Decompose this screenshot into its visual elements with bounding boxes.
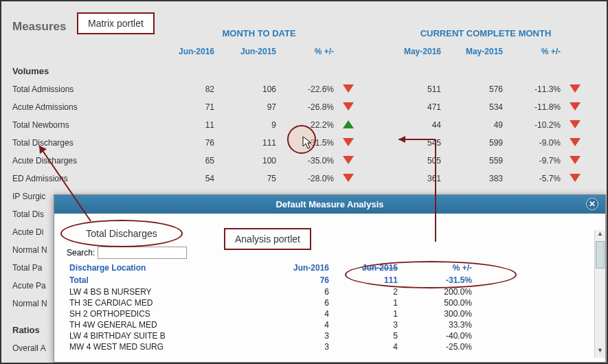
portlet-row-a: 3 (273, 331, 341, 341)
portlet-row-pct: -40.0% (410, 331, 479, 341)
col-ccm-b[interactable]: May-2015 (448, 43, 510, 60)
portlet-row[interactable]: TH 3E CARDIAC MED61500.0% (67, 297, 593, 308)
cell-mtd-a: 54 (159, 174, 221, 183)
cell-ccm-pct: -9.7% (510, 156, 565, 166)
triangle-down-icon (565, 102, 585, 113)
cell-mtd-b: 97 (221, 102, 283, 112)
portlet-row-pct: 500.0% (410, 298, 479, 308)
mtd-title: MONTH TO DATE (159, 6, 359, 38)
triangle-down-icon (565, 174, 585, 184)
matrix-row[interactable]: Total Admissions82106-22.6%511576-11.3% (1, 80, 607, 98)
portlet-row-b: 4 (341, 342, 410, 352)
cell-mtd-a: 82 (159, 84, 221, 94)
portlet-total-a: 76 (273, 275, 341, 285)
cell-mtd-a: 11 (159, 120, 221, 130)
cell-ccm-a: 44 (386, 120, 448, 130)
scroll-down-icon[interactable]: ▼ (595, 347, 605, 358)
col-mtd-a[interactable]: Jun-2016 (159, 43, 221, 60)
cell-ccm-pct: -5.7% (510, 174, 565, 183)
scrollbar-thumb[interactable] (596, 241, 605, 269)
portlet-row-b: 1 (341, 309, 410, 319)
portlet-row-b: 2 (341, 287, 410, 297)
cell-ccm-b: 576 (448, 84, 510, 94)
triangle-down-icon (338, 174, 359, 184)
cell-ccm-b: 49 (448, 120, 510, 130)
cell-ccm-a: 361 (386, 174, 448, 183)
cell-mtd-pct: -22.6% (283, 84, 338, 94)
portlet-scrollbar[interactable]: ▲ ▼ (594, 230, 605, 358)
portlet-row[interactable]: TH 4W GENERAL MED4333.3% (67, 319, 593, 330)
portlet-row-pct: 300.0% (410, 309, 479, 319)
cell-mtd-a: 65 (159, 156, 221, 166)
highlight-cell-111 (287, 125, 316, 154)
portlet-row-pct: 200.0% (410, 287, 479, 297)
triangle-down-icon (565, 156, 585, 166)
portlet-col-label[interactable]: Discharge Location (67, 263, 273, 273)
cell-ccm-b: 534 (448, 102, 510, 112)
cell-mtd-a: 76 (159, 138, 221, 148)
portlet-row-label: TH 3E CARDIAC MED (67, 298, 273, 308)
group-volumes: Volumes (1, 60, 607, 80)
row-label: Total Newborns (1, 120, 159, 130)
triangle-down-icon (338, 102, 359, 113)
cell-ccm-a: 545 (386, 138, 448, 148)
triangle-down-icon (565, 138, 585, 148)
cell-ccm-a: 511 (386, 84, 448, 94)
cell-mtd-pct: -28.0% (283, 174, 338, 183)
portlet-row-b: 1 (341, 298, 410, 308)
cell-ccm-pct: -11.3% (510, 84, 565, 94)
triangle-down-icon (338, 84, 359, 95)
cell-mtd-b: 106 (221, 84, 283, 94)
portlet-row[interactable]: LW 4 BIRTHDAY SUITE B35-40.0% (67, 330, 593, 341)
ccm-title: CURRENT COMPLETE MONTH (386, 6, 585, 38)
cell-ccm-a: 471 (386, 102, 448, 112)
matrix-row[interactable]: ED Admissions5475-28.0%361383-5.7% (1, 170, 607, 187)
row-label: Total Discharges (1, 138, 159, 148)
cell-ccm-pct: -11.8% (510, 102, 565, 112)
portlet-row-a: 3 (273, 342, 341, 352)
row-label: Acute Discharges (1, 156, 159, 166)
portlet-row-label: MW 4 WEST MED SURG (67, 342, 273, 352)
col-ccm-a[interactable]: May-2016 (386, 43, 448, 60)
portlet-row-pct: 33.3% (410, 320, 479, 330)
search-label: Search: (67, 248, 95, 258)
portlet-title: Default Measure Analysis (275, 199, 383, 209)
cell-ccm-a: 505 (386, 156, 448, 166)
search-input[interactable] (98, 247, 187, 259)
close-button[interactable]: ✕ (586, 198, 598, 210)
portlet-row[interactable]: LW 4 BS B NURSERY62200.0% (67, 286, 593, 297)
portlet-row-a: 4 (273, 309, 341, 319)
callout-analysis-portlet: Analysis portlet (224, 228, 311, 250)
cell-mtd-pct: -35.0% (283, 156, 338, 166)
highlight-total-oval (345, 261, 517, 288)
col-mtd-pct[interactable]: % +/- (283, 43, 338, 60)
scroll-up-icon[interactable]: ▲ (595, 230, 605, 241)
cell-ccm-b: 599 (448, 138, 510, 148)
cell-ccm-b: 383 (448, 174, 510, 183)
portlet-total-label: Total (67, 275, 273, 285)
portlet-row-label: LW 4 BS B NURSERY (67, 287, 273, 297)
triangle-down-icon (338, 138, 359, 148)
callout-total-discharges: Total Discharges (60, 220, 183, 247)
col-ccm-pct[interactable]: % +/- (510, 43, 565, 60)
matrix-row[interactable]: Acute Admissions7197-26.8%471534-11.8% (1, 98, 607, 116)
portlet-row-a: 6 (273, 298, 341, 308)
col-mtd-b[interactable]: Jun-2015 (221, 43, 283, 60)
matrix-row[interactable]: Acute Discharges65100-35.0%505559-9.7% (1, 152, 607, 170)
cell-mtd-b: 100 (221, 156, 283, 166)
cell-ccm-pct: -9.0% (510, 138, 565, 148)
portlet-title-bar[interactable]: Default Measure Analysis ✕ (54, 195, 605, 214)
portlet-row-label: SH 2 ORTHOPEDICS (67, 309, 273, 319)
portlet-row-b: 3 (341, 320, 410, 330)
triangle-down-icon (338, 156, 359, 166)
portlet-row-label: LW 4 BIRTHDAY SUITE B (67, 331, 273, 341)
row-label: Acute Admissions (1, 102, 159, 112)
cell-mtd-b: 9 (221, 120, 283, 130)
portlet-row[interactable]: SH 2 ORTHOPEDICS41300.0% (67, 308, 593, 319)
portlet-row-b: 5 (341, 331, 410, 341)
cell-ccm-pct: -10.2% (510, 120, 565, 130)
portlet-col-a[interactable]: Jun-2016 (273, 263, 341, 273)
row-label: Total Admissions (1, 84, 159, 94)
matrix-subheader: Jun-2016 Jun-2015 % +/- May-2016 May-201… (1, 43, 607, 60)
portlet-row[interactable]: MW 4 WEST MED SURG34-25.0% (67, 341, 593, 352)
